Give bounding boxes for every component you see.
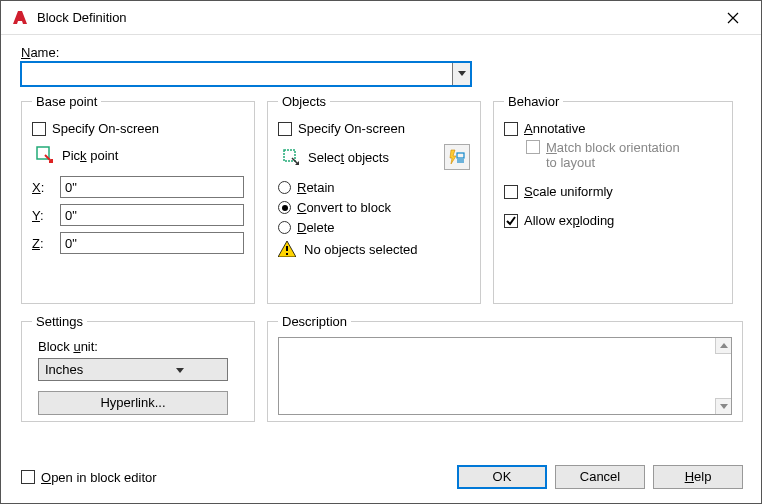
svg-rect-5 bbox=[286, 246, 288, 251]
description-box bbox=[278, 337, 732, 415]
close-icon bbox=[727, 12, 739, 24]
name-dropdown-button[interactable] bbox=[452, 63, 470, 85]
ok-button[interactable]: OK bbox=[457, 465, 547, 489]
open-in-block-editor-checkbox[interactable] bbox=[21, 470, 35, 484]
block-unit-select[interactable]: Inches bbox=[38, 358, 228, 381]
svg-rect-2 bbox=[457, 153, 464, 158]
match-orientation-checkbox bbox=[526, 140, 540, 154]
behavior-legend: Behavior bbox=[504, 94, 563, 109]
quick-select-button[interactable] bbox=[444, 144, 470, 170]
select-objects-button[interactable] bbox=[280, 146, 302, 168]
z-label: Z: bbox=[32, 236, 50, 251]
app-logo-icon bbox=[9, 7, 31, 29]
annotative-label: Annotative bbox=[524, 121, 585, 136]
warning-icon bbox=[278, 241, 296, 257]
settings-group: Settings Block unit: Inches Hyperlink... bbox=[21, 314, 255, 422]
z-input[interactable] bbox=[60, 232, 244, 254]
close-button[interactable] bbox=[713, 4, 753, 32]
delete-radio[interactable] bbox=[278, 221, 291, 234]
x-input[interactable] bbox=[60, 176, 244, 198]
ok-label: OK bbox=[493, 469, 512, 484]
description-scroll-up[interactable] bbox=[715, 338, 731, 354]
cancel-label: Cancel bbox=[580, 469, 620, 484]
pick-point-icon bbox=[35, 145, 55, 165]
scale-uniformly-label: Scale uniformly bbox=[524, 184, 613, 199]
description-legend: Description bbox=[278, 314, 351, 329]
pick-point-label: Pick point bbox=[62, 148, 118, 163]
pick-point-button[interactable] bbox=[34, 144, 56, 166]
quick-select-icon bbox=[448, 148, 466, 166]
chevron-down-icon bbox=[133, 362, 227, 377]
description-group: Description bbox=[267, 314, 743, 422]
svg-rect-6 bbox=[286, 253, 288, 255]
name-label: Name: bbox=[21, 45, 743, 60]
chevron-up-icon bbox=[720, 343, 728, 349]
titlebar: Block Definition bbox=[1, 1, 761, 35]
hyperlink-button[interactable]: Hyperlink... bbox=[38, 391, 228, 415]
name-input[interactable] bbox=[22, 63, 452, 85]
scale-uniformly-checkbox[interactable] bbox=[504, 185, 518, 199]
delete-label: Delete bbox=[297, 220, 335, 235]
objects-group: Objects Specify On-screen Select object bbox=[267, 94, 481, 304]
y-input[interactable] bbox=[60, 204, 244, 226]
objects-legend: Objects bbox=[278, 94, 330, 109]
name-combo[interactable] bbox=[21, 62, 471, 86]
convert-label: Convert to block bbox=[297, 200, 391, 215]
objects-specify-onscreen-checkbox[interactable] bbox=[278, 122, 292, 136]
description-textarea[interactable] bbox=[279, 338, 715, 414]
allow-exploding-checkbox[interactable] bbox=[504, 214, 518, 228]
basepoint-specify-onscreen-checkbox[interactable] bbox=[32, 122, 46, 136]
help-button[interactable]: Help bbox=[653, 465, 743, 489]
hyperlink-label: Hyperlink... bbox=[100, 395, 165, 410]
select-objects-label: Select objects bbox=[308, 150, 389, 165]
block-unit-value: Inches bbox=[39, 362, 133, 377]
no-objects-label: No objects selected bbox=[304, 242, 417, 257]
behavior-group: Behavior Annotative Match block orientat… bbox=[493, 94, 733, 304]
help-label: Help bbox=[685, 469, 712, 484]
basepoint-legend: Base point bbox=[32, 94, 101, 109]
settings-legend: Settings bbox=[32, 314, 87, 329]
chevron-down-icon bbox=[720, 404, 728, 410]
block-definition-dialog: Block Definition Name: Base point Specif… bbox=[0, 0, 762, 504]
allow-exploding-label: Allow exploding bbox=[524, 213, 614, 228]
window-title: Block Definition bbox=[37, 10, 713, 25]
open-in-block-editor-label: Open in block editor bbox=[41, 470, 157, 485]
block-unit-label: Block unit: bbox=[38, 339, 244, 354]
description-scroll-down[interactable] bbox=[715, 398, 731, 414]
match-orientation-label: Match block orientation to layout bbox=[546, 140, 680, 170]
retain-label: Retain bbox=[297, 180, 335, 195]
annotative-checkbox[interactable] bbox=[504, 122, 518, 136]
chevron-down-icon bbox=[458, 71, 466, 77]
convert-radio[interactable] bbox=[278, 201, 291, 214]
basepoint-specify-onscreen-label: Specify On-screen bbox=[52, 121, 159, 136]
basepoint-group: Base point Specify On-screen Pick point … bbox=[21, 94, 255, 304]
select-objects-icon bbox=[281, 147, 301, 167]
retain-radio[interactable] bbox=[278, 181, 291, 194]
x-label: X: bbox=[32, 180, 50, 195]
cancel-button[interactable]: Cancel bbox=[555, 465, 645, 489]
y-label: Y: bbox=[32, 208, 50, 223]
objects-specify-onscreen-label: Specify On-screen bbox=[298, 121, 405, 136]
